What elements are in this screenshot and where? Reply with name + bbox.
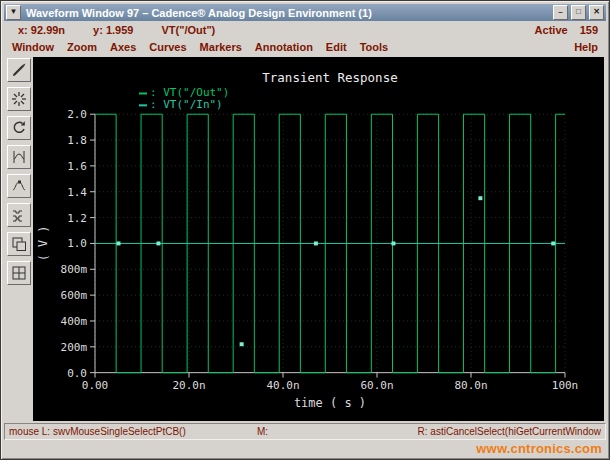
plot-area[interactable]: 0.0200m400m600m800m1.01.21.41.61.82.00.0… xyxy=(33,57,604,421)
pen-icon xyxy=(11,62,27,78)
svg-text:( V ): ( V ) xyxy=(36,226,50,262)
waveform-window: ▼ Waveform Window 97 – Cadence® Analog D… xyxy=(0,0,610,460)
redraw-button[interactable] xyxy=(7,116,31,140)
split-view-button[interactable] xyxy=(7,261,31,285)
svg-text:0.00: 0.00 xyxy=(82,380,108,393)
watermark-row: www.cntronics.com xyxy=(4,440,606,456)
svg-text:400m: 400m xyxy=(61,315,88,328)
svg-text:0.0: 0.0 xyxy=(67,367,87,380)
menu-help[interactable]: Help xyxy=(574,41,598,53)
active-count: 159 xyxy=(580,24,598,36)
svg-text:1.4: 1.4 xyxy=(67,186,87,199)
menu-edit[interactable]: Edit xyxy=(326,41,347,53)
svg-text:time ( s ): time ( s ) xyxy=(294,396,366,410)
svg-text:1.6: 1.6 xyxy=(67,160,87,173)
probe-tool-button[interactable] xyxy=(7,58,31,82)
split-view-icon xyxy=(11,265,27,281)
window-menu-icon[interactable]: ▼ xyxy=(6,5,21,20)
svg-text:200m: 200m xyxy=(61,341,88,354)
status-bar: mouse L: swvMouseSingleSelectPtCB() M: R… xyxy=(4,423,606,440)
svg-text:1.8: 1.8 xyxy=(67,134,87,147)
close-button[interactable]: ✕ xyxy=(589,5,604,20)
watermark-text: www.cntronics.com xyxy=(476,441,602,456)
menu-window[interactable]: Window xyxy=(12,41,54,53)
maximize-button[interactable]: □ xyxy=(571,5,586,20)
status-mouse-right: R: astiCancelSelect(hiGetCurrentWindow xyxy=(418,426,601,437)
point-marker-button[interactable] xyxy=(7,174,31,198)
minimize-button[interactable]: – xyxy=(553,5,568,20)
coordinate-bar: x: 92.99n y: 1.959 VT("/Out") Active 159 xyxy=(4,21,606,38)
peak-marker-icon xyxy=(11,178,27,194)
svg-text:1.2: 1.2 xyxy=(67,212,87,225)
crosshair-icon xyxy=(11,91,27,107)
svg-text:20.0n: 20.0n xyxy=(172,380,205,393)
main-area: 0.0200m400m600m800m1.01.21.41.61.82.00.0… xyxy=(4,56,606,421)
zoom-fit-button[interactable] xyxy=(7,87,31,111)
svg-text:Transient Response: Transient Response xyxy=(262,70,397,85)
cursor-wave-icon xyxy=(11,149,27,165)
overlay-windows-icon xyxy=(11,236,27,252)
menu-bar: Window Zoom Axes Curves Markers Annotati… xyxy=(4,38,606,56)
svg-text:100n: 100n xyxy=(552,380,578,393)
strip-chart-icon xyxy=(11,207,27,223)
selected-trace-readout: VT("/Out") xyxy=(161,24,215,36)
svg-text:60.0n: 60.0n xyxy=(360,380,393,393)
svg-text:600m: 600m xyxy=(61,289,88,302)
svg-text:: VT("/In"): : VT("/In") xyxy=(150,98,223,111)
svg-text:800m: 800m xyxy=(61,263,88,276)
status-mouse-left: mouse L: swvMouseSingleSelectPtCB() xyxy=(9,426,186,437)
svg-text:80.0n: 80.0n xyxy=(454,380,487,393)
waveform-svg[interactable]: 0.0200m400m600m800m1.01.21.41.61.82.00.0… xyxy=(33,57,604,421)
menu-axes[interactable]: Axes xyxy=(110,41,136,53)
svg-text:1.0: 1.0 xyxy=(67,237,87,250)
title-bar: ▼ Waveform Window 97 – Cadence® Analog D… xyxy=(4,4,606,21)
active-label: Active xyxy=(535,24,568,36)
svg-text:40.0n: 40.0n xyxy=(266,380,299,393)
menu-markers[interactable]: Markers xyxy=(200,41,242,53)
strip-mode-button[interactable] xyxy=(7,203,31,227)
subwindow-button[interactable] xyxy=(7,232,31,256)
menu-zoom[interactable]: Zoom xyxy=(67,41,97,53)
vertical-marker-button[interactable] xyxy=(7,145,31,169)
cursor-x-readout: x: 92.99n xyxy=(18,24,65,36)
tool-palette xyxy=(4,56,33,421)
menu-curves[interactable]: Curves xyxy=(149,41,186,53)
svg-text:2.0: 2.0 xyxy=(67,108,87,121)
status-mouse-middle: M: xyxy=(257,426,268,437)
refresh-icon xyxy=(11,120,27,136)
menu-annotation[interactable]: Annotation xyxy=(255,41,313,53)
window-title: Waveform Window 97 – Cadence® Analog Des… xyxy=(24,7,550,19)
menu-tools[interactable]: Tools xyxy=(360,41,389,53)
cursor-y-readout: y: 1.959 xyxy=(93,24,133,36)
